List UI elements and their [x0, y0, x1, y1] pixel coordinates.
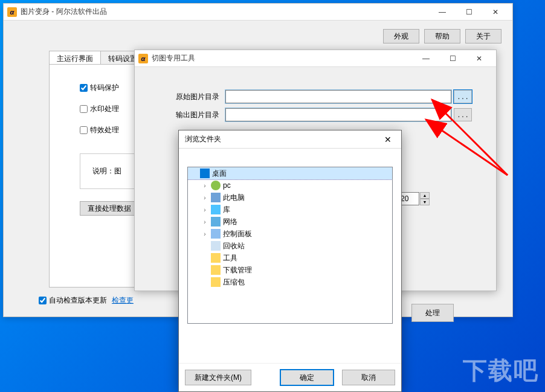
dialog-footer: 新建文件夹(M) 确定 取消: [179, 363, 401, 391]
tree-item[interactable]: 桌面: [188, 167, 392, 179]
tree-item-label: 压缩包: [223, 277, 245, 288]
folder-tree[interactable]: 桌面›pc›此电脑›库›网络›控制面板回收站工具下载管理压缩包: [187, 167, 393, 324]
src-row: 原始图片目录 . . .: [135, 90, 496, 103]
chk-effects-input[interactable]: [80, 126, 88, 134]
spinner-input[interactable]: [399, 192, 419, 205]
close-button[interactable]: ✕: [482, 4, 509, 20]
main-titlebar[interactable]: α 图片变身 - 阿尔法软件出品 — ☐ ✕: [4, 4, 512, 21]
folder-icon: [211, 265, 221, 275]
top-buttons: 外观 帮助 关于: [383, 29, 501, 43]
tree-item[interactable]: ›库: [188, 204, 392, 216]
expander-icon[interactable]: ›: [201, 182, 208, 189]
tree-item[interactable]: ›pc: [188, 179, 392, 191]
auto-update-label: 自动检查版本更新: [49, 296, 107, 304]
user-icon: [211, 181, 221, 190]
tree-item-label: 此电脑: [223, 193, 245, 203]
minimize-button[interactable]: —: [429, 4, 456, 20]
tool-titlebar[interactable]: α 切图专用工具 — ☐ ✕: [135, 50, 496, 67]
auto-update-checkbox[interactable]: 自动检查版本更新: [39, 295, 107, 306]
check-update-link[interactable]: 检查更: [112, 295, 134, 306]
tree-item-label: 库: [223, 205, 230, 215]
tree-item-label: 下载管理: [223, 265, 252, 275]
ctrl-icon: [211, 229, 221, 239]
tree-item[interactable]: 下载管理: [188, 264, 392, 276]
tree-item[interactable]: 工具: [188, 252, 392, 264]
dialog-close-button[interactable]: ✕: [381, 132, 395, 147]
watermark-text: 下载吧: [463, 354, 539, 387]
lib-icon: [211, 205, 221, 214]
tool-window-controls: — ☐ ✕: [413, 51, 492, 66]
src-label: 原始图片目录: [159, 92, 219, 102]
net-icon: [211, 217, 221, 227]
tree-item-label: 控制面板: [223, 229, 252, 239]
out-browse-button[interactable]: . . .: [454, 108, 472, 121]
trash-icon: [211, 241, 221, 251]
dialog-title: 浏览文件夹: [185, 134, 381, 144]
tree-item[interactable]: ›此电脑: [188, 191, 392, 204]
tree-item-label: 桌面: [212, 169, 227, 179]
appearance-button[interactable]: 外观: [383, 29, 419, 43]
description-text: 说明：图: [92, 167, 121, 175]
tree-item-label: 网络: [223, 217, 237, 227]
chk-transcode-protect[interactable]: 转码保护: [80, 83, 119, 92]
expander-icon[interactable]: ›: [201, 219, 208, 225]
expander-icon[interactable]: ›: [201, 231, 208, 237]
chk-effects-label: 特效处理: [90, 126, 119, 134]
expander-icon[interactable]: ›: [201, 207, 208, 213]
app-icon: α: [7, 7, 17, 17]
ok-button[interactable]: 确定: [280, 370, 334, 385]
about-button[interactable]: 关于: [465, 29, 501, 43]
dialog-header[interactable]: 浏览文件夹 ✕: [179, 130, 401, 149]
folder-icon: [211, 253, 221, 263]
tree-item[interactable]: 压缩包: [188, 276, 392, 288]
spinner-row: ▲ ▼: [399, 192, 430, 205]
src-browse-button[interactable]: . . .: [454, 90, 472, 103]
spinner-up[interactable]: ▲: [420, 192, 430, 199]
chk-watermark-label: 水印处理: [90, 104, 119, 113]
tool-process-button[interactable]: 处理: [411, 304, 454, 322]
tree-item-label: 工具: [223, 253, 237, 263]
auto-update-input[interactable]: [39, 297, 47, 304]
maximize-button[interactable]: ☐: [456, 4, 482, 20]
tree-item[interactable]: ›网络: [188, 216, 392, 228]
spinner-down[interactable]: ▼: [420, 199, 430, 205]
dialog-body: 桌面›pc›此电脑›库›网络›控制面板回收站工具下载管理压缩包: [179, 149, 401, 363]
pc-icon: [211, 193, 221, 202]
tool-maximize-button[interactable]: ☐: [439, 51, 466, 66]
chk-watermark[interactable]: 水印处理: [80, 104, 119, 113]
direct-process-button[interactable]: 直接处理数据: [80, 201, 139, 216]
tool-body: 原始图片目录 . . . 输出图片目录 . . .: [135, 67, 496, 121]
spinner-buttons: ▲ ▼: [420, 192, 430, 205]
tree-item-label: pc: [223, 181, 231, 190]
tool-app-icon: α: [138, 54, 148, 63]
help-button[interactable]: 帮助: [424, 29, 460, 43]
src-input[interactable]: [225, 90, 451, 103]
main-window-controls: — ☐ ✕: [429, 4, 509, 20]
tool-minimize-button[interactable]: —: [413, 51, 439, 66]
new-folder-button[interactable]: 新建文件夹(M): [185, 370, 251, 385]
folder-icon: [211, 277, 221, 287]
out-input[interactable]: [225, 108, 451, 121]
chk-watermark-input[interactable]: [80, 105, 88, 113]
out-row: 输出图片目录 . . .: [135, 108, 496, 121]
chk-effects[interactable]: 特效处理: [80, 126, 119, 134]
tool-title: 切图专用工具: [152, 53, 413, 63]
chk-transcode-label: 转码保护: [90, 83, 119, 92]
tree-item[interactable]: ›控制面板: [188, 228, 392, 240]
expander-icon[interactable]: ›: [201, 194, 208, 201]
bottom-row: 自动检查版本更新 检查更: [39, 295, 134, 306]
out-label: 输出图片目录: [159, 110, 219, 120]
chk-transcode-protect-input[interactable]: [80, 84, 88, 92]
browse-folder-dialog: 浏览文件夹 ✕ 桌面›pc›此电脑›库›网络›控制面板回收站工具下载管理压缩包 …: [178, 130, 402, 392]
tool-close-button[interactable]: ✕: [466, 51, 492, 66]
desktop-icon: [200, 169, 210, 178]
tree-item-label: 回收站: [223, 241, 245, 251]
tree-item[interactable]: 回收站: [188, 240, 392, 252]
cancel-button[interactable]: 取消: [342, 370, 395, 385]
main-title: 图片变身 - 阿尔法软件出品: [21, 7, 429, 17]
